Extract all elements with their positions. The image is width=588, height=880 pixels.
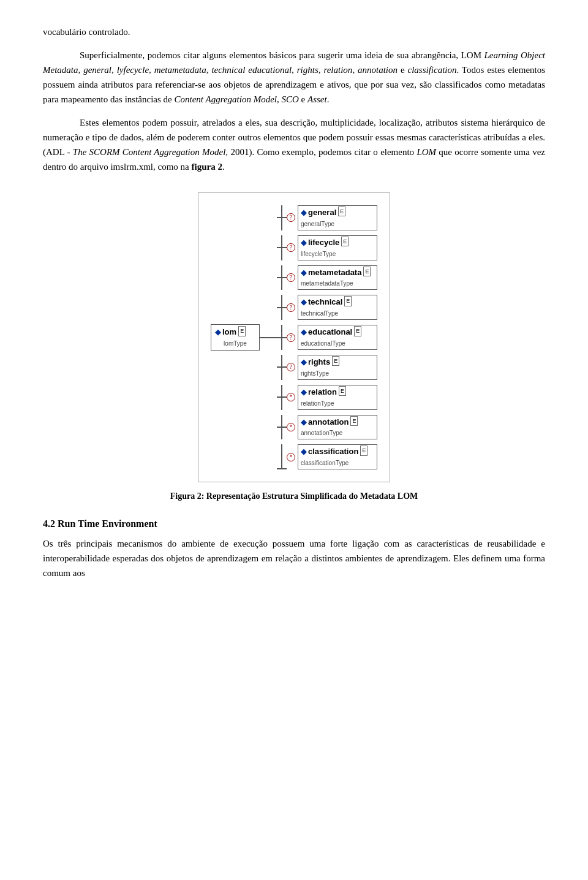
figure-2-container: ◆ lom E lomType (43, 192, 545, 504)
vert-line-relation (277, 385, 287, 410)
node-name-general: general (308, 207, 336, 219)
node-educational: ◆ educational E educationalType (298, 325, 377, 350)
node-row-metametadata: ? ◆ metametadata E metametadataType (277, 265, 377, 290)
h-connector-main (260, 337, 277, 338)
vert-line-annotation (277, 415, 287, 440)
node-row-general: ? ◆ general E generalType (277, 205, 377, 230)
section-heading-rte: 4.2 Run Time Environment (43, 516, 545, 532)
paragraph-lom: Superficialmente, podemos citar alguns e… (43, 48, 545, 107)
lom-left: ◆ lom E lomType (211, 324, 260, 351)
node-annotation: ◆ annotation E annotationType (298, 415, 377, 440)
badge-lifecycle: ? (287, 243, 295, 252)
badge-technical: ? (287, 303, 295, 312)
badge-classification: * (287, 453, 295, 461)
figure-caption: Figura 2: Representação Estrutura Simpli… (170, 490, 418, 503)
lom-e-icon: E (238, 326, 246, 336)
node-type-classification: classificationType (301, 458, 349, 468)
node-type-lifecycle: lifecycleType (301, 249, 336, 259)
node-name-lifecycle: lifecycle (308, 237, 339, 249)
vert-line-rights (277, 355, 287, 380)
vert-line-general (277, 205, 287, 230)
node-type-technical: technicalType (301, 309, 338, 319)
lom-name: lom (222, 326, 236, 339)
node-row-lifecycle: ? ◆ lifecycle E lifecycleType (277, 235, 377, 260)
node-content-metametadata: ? ◆ metametadata E metametadataType (287, 265, 377, 290)
node-type-annotation: annotationType (301, 428, 342, 438)
node-content-classification: * ◆ classification E classificationType (287, 444, 377, 469)
node-type-rights: rightsType (301, 369, 329, 379)
node-name-educational: educational (308, 326, 352, 339)
text-superficialmente: Superficialmente, podemos citar alguns e… (43, 50, 545, 104)
badge-relation: * (287, 393, 295, 401)
node-content-relation: * ◆ relation E relationType (287, 385, 377, 410)
node-rights: ◆ rights E rightsType (298, 355, 377, 380)
node-name-rights: rights (308, 356, 330, 369)
node-name-metametadata: metametadata (308, 267, 361, 279)
node-row-rights: ? ◆ rights E rightsType (277, 355, 377, 380)
badge-annotation: * (287, 423, 295, 431)
node-row-technical: ? ◆ technical E technicalType (277, 295, 377, 320)
branch-container: ? ◆ general E generalType (277, 203, 377, 472)
node-classification: ◆ classification E classificationType (298, 444, 377, 469)
vert-line-classification (277, 444, 287, 469)
node-type-relation: relationType (301, 399, 334, 409)
paragraph-vocab: vocabulário controlado. (43, 25, 545, 39)
node-metametadata: ◆ metametadata E metametadataType (298, 265, 377, 290)
node-technical: ◆ technical E technicalType (298, 295, 377, 320)
text-estes: Estes elementos podem possuir, atrelados… (43, 118, 545, 172)
lom-type: lomType (215, 339, 255, 349)
node-row-relation: * ◆ relation E relationType (277, 385, 377, 410)
node-row-annotation: * ◆ annotation E annotationType (277, 415, 377, 440)
node-lifecycle: ◆ lifecycle E lifecycleType (298, 235, 377, 260)
node-content-rights: ? ◆ rights E rightsType (287, 355, 377, 380)
node-type-educational: educationalType (301, 339, 345, 349)
node-general: ◆ general E generalType (298, 205, 377, 230)
uml-diagram: ◆ lom E lomType (198, 192, 390, 482)
paragraph-estes: Estes elementos podem possuir, atrelados… (43, 115, 545, 174)
node-row-educational: ? ◆ educational E educationalType (277, 325, 377, 350)
node-row-classification: * ◆ classification E classificationType (277, 444, 377, 469)
badge-general: ? (287, 213, 295, 222)
vert-branch-col: ? ◆ general E generalType (277, 203, 377, 472)
node-relation: ◆ relation E relationType (298, 385, 377, 410)
node-type-general: generalType (301, 219, 334, 229)
node-type-metametadata: metametadataType (301, 279, 353, 289)
badge-rights: ? (287, 363, 295, 371)
vert-line-lifecycle (277, 235, 287, 260)
node-name-annotation: annotation (308, 416, 349, 429)
lom-node: ◆ lom E lomType (211, 324, 260, 351)
badge-educational: ? (287, 333, 295, 342)
node-name-technical: technical (308, 296, 342, 309)
uml-tree: ◆ lom E lomType (211, 203, 377, 472)
node-content-general: ? ◆ general E generalType (287, 205, 377, 230)
lom-diamond: ◆ (215, 326, 221, 339)
vert-line-technical (277, 295, 287, 320)
badge-metametadata: ? (287, 273, 295, 282)
vert-line-educational (277, 325, 287, 350)
node-content-annotation: * ◆ annotation E annotationType (287, 415, 377, 440)
paragraph-rte: Os três principais mecanismos do ambient… (43, 536, 545, 580)
node-name-classification: classification (308, 446, 358, 458)
vert-line-metametadata (277, 265, 287, 290)
node-content-lifecycle: ? ◆ lifecycle E lifecycleType (287, 235, 377, 260)
node-content-technical: ? ◆ technical E technicalType (287, 295, 377, 320)
node-name-relation: relation (308, 386, 337, 399)
node-content-educational: ? ◆ educational E educationalType (287, 325, 377, 350)
